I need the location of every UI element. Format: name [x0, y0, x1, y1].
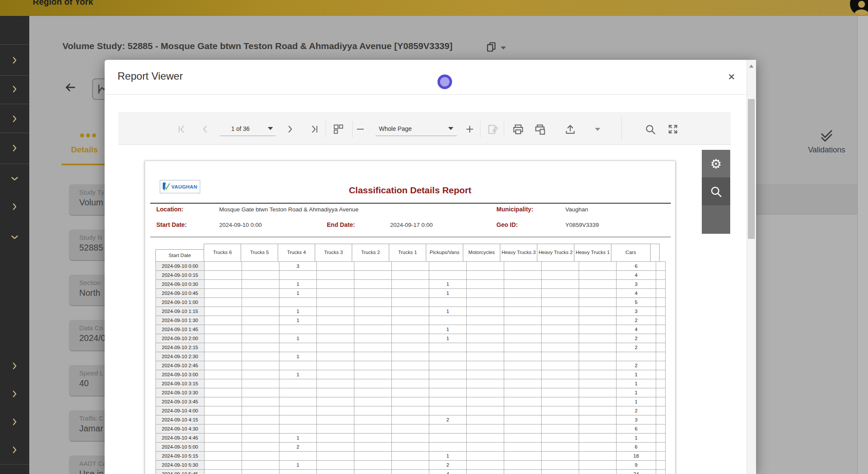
- cell: [392, 280, 429, 289]
- scroll-up-arrow-icon[interactable]: [749, 65, 753, 68]
- sidebar-item[interactable]: [0, 136, 29, 160]
- zoom-out-button[interactable]: [354, 123, 366, 135]
- zoom-in-button[interactable]: [464, 123, 476, 135]
- cell: [354, 334, 392, 343]
- cell-cut: [656, 289, 666, 298]
- cell-start-date: 2024-09-10 4:45: [156, 434, 205, 443]
- cell: [467, 370, 504, 379]
- cell-start-date: 2024-09-10 4:00: [156, 406, 205, 415]
- cell: [579, 434, 617, 443]
- cell: [354, 424, 392, 434]
- cell: [579, 388, 617, 397]
- fullscreen-button[interactable]: [667, 123, 679, 135]
- tab-validations[interactable]: Validations: [801, 129, 852, 155]
- cell: [579, 397, 617, 406]
- chevron-right-icon: [10, 56, 19, 65]
- table-row: 2024-09-10 1:4514: [156, 325, 666, 334]
- cell: [429, 298, 467, 307]
- settings-gear-button[interactable]: ⚙: [702, 150, 730, 177]
- print-button[interactable]: [512, 123, 524, 135]
- modal-scrollbar-thumb[interactable]: [748, 99, 755, 239]
- next-page-button[interactable]: [284, 123, 296, 135]
- cell: [429, 424, 467, 434]
- cell: 2: [617, 361, 656, 370]
- cell-cut: [656, 370, 666, 379]
- cell: [504, 361, 542, 370]
- cell: [504, 406, 542, 415]
- cell: [542, 343, 579, 352]
- chevron-right-icon: [10, 84, 19, 94]
- avatar-person-icon: [858, 1, 865, 8]
- cell: [242, 307, 279, 316]
- multipage-view-button[interactable]: [332, 123, 344, 135]
- sidebar-item[interactable]: [0, 195, 29, 219]
- page-number-select[interactable]: 1 of 36: [220, 121, 276, 136]
- sidebar-item[interactable]: [0, 225, 29, 249]
- cell: [317, 316, 354, 325]
- cell: [279, 397, 317, 406]
- cell: [354, 352, 392, 361]
- cell: [429, 379, 467, 388]
- table-row: 2024-09-10 4:1523: [156, 415, 666, 424]
- report-search-button[interactable]: [702, 177, 730, 205]
- sidebar-item[interactable]: [0, 382, 29, 406]
- cell: [279, 470, 317, 474]
- cell: [504, 379, 542, 388]
- cell: [279, 298, 317, 307]
- cell-start-date: 2024-09-10 4:15: [156, 415, 205, 424]
- sidebar-item[interactable]: [0, 107, 29, 131]
- table-row: 2024-09-10 2:452: [156, 361, 666, 370]
- cell: [504, 434, 542, 443]
- zoom-level-select[interactable]: Whole Page: [375, 121, 457, 136]
- cell: [467, 397, 504, 406]
- cell: [429, 316, 467, 325]
- cell: [317, 361, 354, 370]
- cell: [205, 424, 242, 434]
- export-menu-caret[interactable]: [592, 123, 604, 135]
- search-button[interactable]: [644, 123, 656, 135]
- cell: [205, 452, 242, 461]
- table-row: 2024-09-10 4:306: [156, 424, 666, 434]
- cell: [392, 343, 429, 352]
- cell-cut: [656, 406, 666, 415]
- end-date-value: 2024-09-17 0:00: [390, 222, 433, 228]
- details-tab-menu-icon[interactable]: [80, 133, 96, 137]
- cell: [542, 415, 579, 424]
- cell: 1: [617, 370, 656, 379]
- print-page-setup-button[interactable]: [534, 123, 546, 135]
- column-header: Cars: [611, 244, 651, 262]
- title-menu-caret-icon[interactable]: [501, 46, 506, 50]
- sidebar-item[interactable]: [0, 77, 29, 101]
- table-row: 2024-09-10 4:002: [156, 406, 666, 415]
- cell-start-date: 2024-09-10 2:45: [156, 361, 205, 370]
- cell: [542, 271, 579, 280]
- cell: [392, 262, 429, 271]
- cell: [467, 334, 504, 343]
- sidebar-item[interactable]: [0, 354, 29, 378]
- cell-cut: [656, 388, 666, 397]
- back-button[interactable]: [63, 81, 78, 94]
- page-scrollbar[interactable]: [857, 16, 868, 474]
- edit-page-button[interactable]: [487, 123, 499, 135]
- first-page-button[interactable]: [176, 123, 188, 135]
- close-button[interactable]: ✕: [725, 71, 738, 84]
- cell: [205, 370, 242, 379]
- export-button[interactable]: [564, 123, 576, 135]
- cell: 1: [617, 434, 656, 443]
- sidebar-item[interactable]: [0, 438, 29, 462]
- prev-page-button[interactable]: [199, 123, 211, 135]
- sidebar-item[interactable]: [0, 410, 29, 434]
- cell: [392, 289, 429, 298]
- cell: 9: [617, 461, 656, 470]
- sidebar-item[interactable]: [0, 167, 29, 191]
- column-header: Pickups/Vans: [426, 244, 463, 262]
- sidebar-item[interactable]: [0, 48, 29, 72]
- cell: 1: [429, 289, 467, 298]
- table-row: 2024-09-10 3:451: [156, 397, 666, 406]
- cell: [392, 334, 429, 343]
- cell: [392, 470, 429, 474]
- tab-details[interactable]: Details: [71, 145, 98, 155]
- copy-icon[interactable]: [486, 41, 497, 53]
- cell: [205, 343, 242, 352]
- last-page-button[interactable]: [308, 123, 320, 135]
